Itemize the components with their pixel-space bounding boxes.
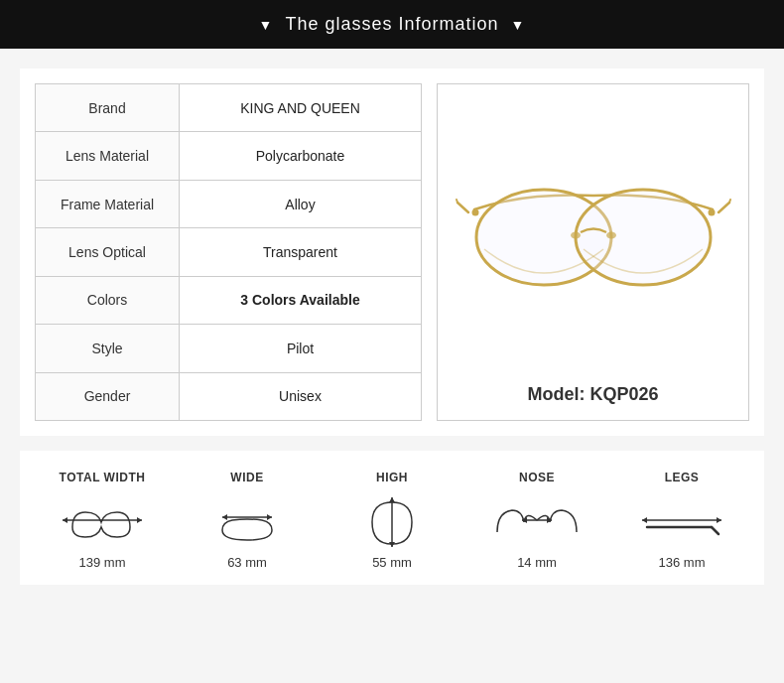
main-content: BrandKING AND QUEENLens MaterialPolycarb… xyxy=(20,68,764,436)
page-header: ▼ The glasses Information ▼ xyxy=(0,0,784,49)
model-label: Model: KQP026 xyxy=(527,384,658,405)
nose-icon xyxy=(492,492,582,547)
svg-marker-24 xyxy=(717,517,721,523)
table-row: Lens OpticalTransparent xyxy=(36,228,422,276)
svg-marker-11 xyxy=(63,517,67,523)
svg-marker-15 xyxy=(267,514,272,520)
dim-value: 55 mm xyxy=(372,555,412,570)
dim-label: NOSE xyxy=(519,471,555,484)
dimensions-section: TOTAL WIDTH 139 mmWIDE 63 mmHIGH 55 mmNO… xyxy=(20,451,764,585)
svg-point-5 xyxy=(576,190,711,285)
table-row-label: Lens Material xyxy=(36,132,180,180)
svg-marker-12 xyxy=(137,517,142,523)
table-row-label: Gender xyxy=(36,372,180,420)
table-row: Colors3 Colors Available xyxy=(36,276,422,324)
svg-point-8 xyxy=(471,208,478,215)
header-arrow-right: ▼ xyxy=(511,17,526,33)
table-row-label: Style xyxy=(36,325,180,372)
dim-label: WIDE xyxy=(230,471,263,484)
legs-icon xyxy=(637,492,726,547)
table-row-label: Colors xyxy=(36,276,180,324)
svg-line-1 xyxy=(457,200,457,203)
table-row-label: Brand xyxy=(36,84,180,132)
svg-marker-14 xyxy=(222,514,227,520)
table-row-label: Frame Material xyxy=(36,180,180,227)
table-row-value: Alloy xyxy=(180,180,422,227)
wide-icon xyxy=(202,492,292,547)
table-row-value: Polycarbonate xyxy=(180,132,422,180)
dim-item-legs: LEGS 136 mm xyxy=(617,471,746,570)
table-row: Frame MaterialAlloy xyxy=(36,180,422,227)
dim-label: TOTAL WIDTH xyxy=(60,471,146,484)
product-image-area: Model: KQP026 xyxy=(437,83,749,421)
header-title: The glasses Information xyxy=(285,14,498,35)
table-row: StylePilot xyxy=(36,325,422,372)
dim-value: 63 mm xyxy=(227,555,267,570)
svg-line-26 xyxy=(712,527,719,534)
info-table: BrandKING AND QUEENLens MaterialPolycarb… xyxy=(35,83,422,421)
table-row-value: Unisex xyxy=(180,372,422,420)
dim-value: 136 mm xyxy=(659,555,706,570)
table-row: GenderUnisex xyxy=(36,372,422,420)
table-row-value: Pilot xyxy=(180,325,422,372)
dim-item-high: HIGH 55 mm xyxy=(327,471,457,570)
dim-item-wide: WIDE 63 mm xyxy=(183,471,312,570)
table-row-value: KING AND QUEEN xyxy=(180,84,422,132)
svg-marker-23 xyxy=(642,517,647,523)
dim-item-total-width: TOTAL WIDTH 139 mm xyxy=(38,471,167,570)
header-arrow-left: ▼ xyxy=(259,17,274,33)
svg-line-2 xyxy=(719,203,729,212)
dim-label: HIGH xyxy=(376,471,408,484)
dim-value: 14 mm xyxy=(517,555,557,570)
svg-line-3 xyxy=(729,200,730,203)
svg-point-6 xyxy=(571,231,581,238)
table-row: BrandKING AND QUEEN xyxy=(36,84,422,132)
dim-item-nose: NOSE 14 mm xyxy=(472,471,601,570)
dim-value: 139 mm xyxy=(79,555,126,570)
total-width-icon xyxy=(58,492,147,547)
table-row-value: 3 Colors Available xyxy=(180,276,422,324)
svg-point-7 xyxy=(606,231,616,238)
dim-label: LEGS xyxy=(665,471,700,484)
glasses-image xyxy=(453,99,733,374)
table-row-value: Transparent xyxy=(180,228,422,276)
svg-point-9 xyxy=(708,208,715,215)
table-row-label: Lens Optical xyxy=(36,228,180,276)
high-icon xyxy=(347,492,437,547)
table-row: Lens MaterialPolycarbonate xyxy=(36,132,422,180)
svg-line-0 xyxy=(457,203,468,212)
